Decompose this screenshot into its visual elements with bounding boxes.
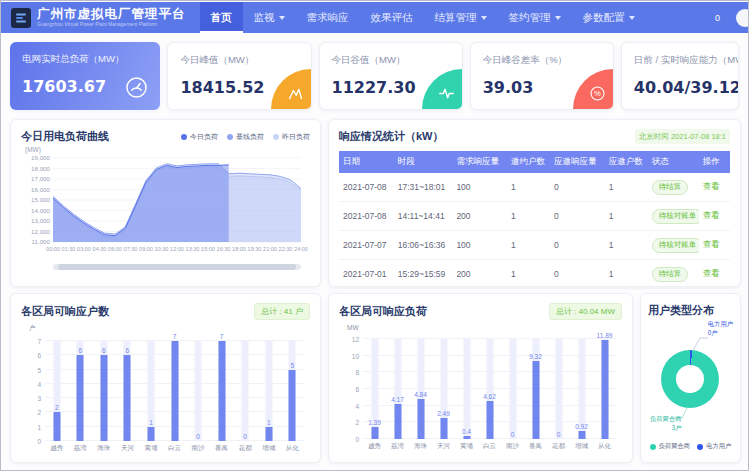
table-header-cell: 需求响应量 [452, 151, 507, 173]
notification-count[interactable]: 0 [715, 13, 720, 23]
svg-text:18,000: 18,000 [31, 165, 50, 172]
legend-item-1[interactable]: 基线负荷 [227, 132, 264, 142]
load-curve-legend: 今日负荷基线负荷昨日负荷 [181, 132, 310, 142]
svg-text:00:00: 00:00 [46, 246, 60, 252]
bar [371, 427, 378, 439]
bar-value-label: 0.4 [462, 428, 471, 435]
bar1-title: 各区局可响应户数 [21, 304, 109, 319]
svg-text:22:30: 22:30 [279, 246, 293, 252]
donut-legend-item-1[interactable]: 电力用户 [697, 442, 731, 451]
status-badge: 待结算 [652, 180, 689, 195]
svg-text:12:00: 12:00 [170, 246, 184, 252]
legend-item-0[interactable]: 今日负荷 [181, 132, 218, 142]
nav-item-6[interactable]: 参数配置 [572, 2, 646, 33]
bar-value-label: 0 [557, 431, 561, 438]
bar-group: 0 [501, 339, 524, 439]
bar-value-label: 1 [149, 419, 153, 426]
table-header-cell: 时段 [394, 151, 453, 173]
bar [463, 436, 470, 439]
bar [53, 412, 60, 441]
donut-chart [661, 350, 719, 408]
load-curve-chart: 11,00012,00013,00014,00015,00016,00017,0… [21, 153, 312, 263]
nav-item-4[interactable]: 结算管理 [424, 2, 498, 33]
legend-dot-icon [650, 444, 656, 450]
svg-text:15:00: 15:00 [201, 246, 215, 252]
kpi-card-1: 今日峰值（MW）18415.52 [167, 42, 311, 110]
bar [77, 355, 84, 441]
svg-text:21:00: 21:00 [263, 246, 277, 252]
bar2-title: 各区局可响应负荷 [339, 304, 427, 319]
bar-value-label: 0 [196, 433, 200, 440]
svg-text:01:30: 01:30 [62, 246, 76, 252]
bar-category-label: 白云 [163, 444, 187, 453]
bar [394, 404, 401, 439]
bar-category-label: 增城 [570, 442, 593, 451]
svg-text:15,000: 15,000 [31, 196, 50, 203]
chart-zoom-slider[interactable] [53, 264, 301, 270]
bar-group: 6 [116, 341, 140, 441]
table-header-cell: 应邀户数 [605, 151, 648, 173]
nav-item-0[interactable]: 首页 [200, 2, 243, 33]
nav-item-5[interactable]: 签约管理 [498, 2, 572, 33]
bar-value-label: 7 [173, 333, 177, 340]
bar-category-label: 花都 [547, 442, 570, 451]
nav-item-2[interactable]: 需求响应 [296, 2, 360, 33]
chart-zoom-handle[interactable] [58, 264, 296, 270]
bar-category-label: 番禺 [210, 444, 234, 453]
bar-group: 4.84 [409, 339, 432, 439]
donut-legend-item-0[interactable]: 负荷聚合商 [650, 442, 690, 451]
bar-chart-households-card: 各区局可响应户数 总计 : 41 户 户 01234567 2 6 6 6 1 … [10, 293, 321, 463]
bar-category-label: 黄埔 [455, 442, 478, 451]
table-header-cell: 状态 [648, 151, 699, 173]
svg-text:06:00: 06:00 [108, 246, 122, 252]
nav-item-3[interactable]: 效果评估 [360, 2, 424, 33]
bar-group: 1 [257, 341, 281, 441]
bar [601, 340, 608, 439]
view-link[interactable]: 查看 [703, 239, 720, 249]
bar-category-label: 黄埔 [139, 444, 163, 453]
beijing-time-stamp: 北京时间 2021-07-08 18:1 [635, 129, 730, 144]
app-logo: 广州市虚拟电厂管理平台 Guangzhou Virtual Power Plan… [11, 8, 186, 28]
bar [417, 399, 424, 439]
view-link[interactable]: 查看 [703, 268, 720, 278]
user-avatar[interactable] [736, 9, 749, 27]
bar-group: 11.89 [593, 339, 616, 439]
bar-group: 0 [186, 341, 210, 441]
bar-group: 5 [280, 341, 304, 441]
bar [289, 370, 296, 441]
svg-text:07:30: 07:30 [124, 246, 138, 252]
kpi-card-4: 日前 / 实时响应能力（MW）40.04/39.12 [621, 42, 739, 110]
bar1-xlabels: 越秀荔湾海珠天河黄埔白云南沙番禺花都增城从化 [45, 444, 304, 453]
view-link[interactable]: 查看 [703, 210, 720, 220]
top-navbar: 广州市虚拟电厂管理平台 Guangzhou Virtual Power Plan… [1, 2, 748, 33]
legend-dot-icon [181, 134, 187, 140]
svg-text:09:00: 09:00 [139, 246, 153, 252]
bar-category-label: 荔湾 [386, 442, 409, 451]
chevron-down-icon [629, 16, 635, 20]
app-subtitle: Guangzhou Virtual Power Plant Management… [37, 22, 186, 28]
logo-icon [11, 8, 31, 28]
bar-value-label: 2 [55, 404, 59, 411]
legend-dot-icon [697, 444, 703, 450]
user-type-title: 用户类型分布 [648, 303, 733, 318]
nav-right: 0 [715, 9, 738, 27]
response-table: 日期时段需求响应量邀约户数应邀响应量应邀户数状态操作 2021-07-0817:… [339, 151, 730, 289]
bar-value-label: 4.62 [483, 393, 496, 400]
kpi-label: 今日峰值（MW） [180, 54, 298, 67]
nav-item-1[interactable]: 监视 [243, 2, 296, 33]
donut-label-power-user: 电力用户 0户 [708, 320, 733, 337]
kpi-value: 40.04/39.12 [634, 78, 726, 97]
bar-value-label: 0.92 [575, 423, 588, 430]
bar [578, 431, 585, 439]
svg-text:11,000: 11,000 [32, 238, 51, 245]
bar2-plot: 024681012 1.39 4.17 4.84 2.49 0.4 4.62 [363, 339, 616, 439]
bar-group: 1.39 [363, 339, 386, 439]
view-link[interactable]: 查看 [703, 181, 720, 191]
bar1-unit: 户 [29, 324, 310, 333]
legend-item-2[interactable]: 昨日负荷 [273, 132, 310, 142]
bar-value-label: 0 [243, 433, 247, 440]
bar-category-label: 南沙 [186, 444, 210, 453]
kpi-label: 日前 / 实时响应能力（MW） [634, 54, 726, 67]
bar-value-label: 7 [220, 333, 224, 340]
legend-dot-icon [227, 134, 233, 140]
